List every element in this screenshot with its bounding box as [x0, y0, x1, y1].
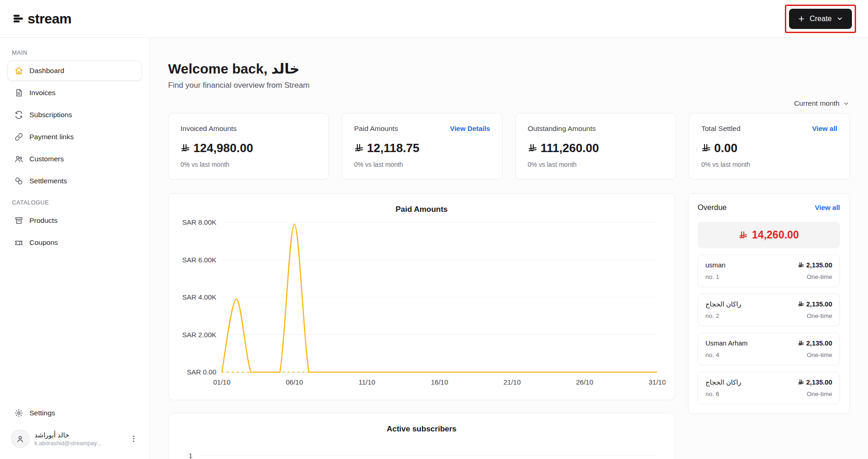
overdue-list: usman 2,135.00 no. 1 One-time راكان الحج…	[698, 255, 840, 404]
invoice-number: no. 6	[705, 391, 719, 397]
customer-name: راكان الحجاج	[705, 379, 741, 386]
overdue-card: Overdue View all 14,260.00 usman 2,135.0…	[688, 193, 850, 414]
top-bar: stream Create	[0, 0, 868, 38]
home-icon	[14, 66, 23, 75]
overdue-amount: 2,135.00	[798, 379, 832, 386]
payment-type: One-time	[806, 351, 832, 358]
svg-text:1: 1	[189, 452, 192, 459]
sidebar-item-dashboard[interactable]: Dashboard	[7, 61, 142, 81]
overdue-total: 14,260.00	[698, 222, 840, 248]
sidebar-item-settings[interactable]: Settings	[7, 403, 142, 423]
svg-text:01/10: 01/10	[213, 378, 231, 386]
sidebar-item-label: Customers	[29, 155, 64, 163]
sidebar-bottom: Settings خالد أبوراشد k.aborashid@stream…	[7, 403, 142, 453]
svg-text:11/10: 11/10	[359, 378, 375, 386]
overdue-title: Overdue	[698, 203, 727, 212]
page-title: Welcome back, خالد	[168, 61, 850, 77]
avatar	[11, 430, 29, 448]
sidebar-item-label: Products	[29, 216, 57, 225]
svg-text:SAR 4.00K: SAR 4.00K	[182, 293, 216, 301]
overdue-amount: 2,135.00	[798, 261, 832, 269]
sidebar-item-payment-links[interactable]: Payment links	[7, 127, 142, 147]
stat-delta: 0% vs last month	[180, 161, 316, 168]
sidebar-item-label: Dashboard	[29, 67, 64, 75]
sidebar-item-subscriptions[interactable]: Subscriptions	[7, 105, 142, 125]
stat-amount: 111,260.00	[528, 141, 664, 155]
sidebar-item-products[interactable]: Products	[7, 210, 142, 231]
payment-type: One-time	[806, 391, 832, 397]
customer-name: Usman Arham	[705, 340, 748, 347]
svg-text:31/10: 31/10	[648, 378, 665, 386]
paid-amounts-chart: SAR 0.00SAR 2.00KSAR 4.00KSAR 6.00KSAR 8…	[178, 215, 665, 394]
charts-column: Paid Amounts SAR 0.00SAR 2.00KSAR 4.00KS…	[168, 193, 675, 459]
stat-link[interactable]: View all	[812, 125, 837, 132]
period-selector[interactable]: Current month	[794, 99, 850, 108]
person-icon	[16, 434, 25, 443]
overdue-header: Overdue View all	[698, 203, 840, 212]
stat-title: Paid Amounts	[354, 125, 398, 133]
svg-text:SAR 8.00K: SAR 8.00K	[182, 218, 216, 226]
sar-currency-icon	[798, 262, 804, 268]
overdue-amount: 2,135.00	[798, 300, 832, 308]
user-name: خالد أبوراشد	[34, 431, 101, 439]
sar-currency-icon	[701, 143, 711, 153]
sar-currency-icon	[354, 143, 364, 153]
stat-delta: 0% vs last month	[701, 161, 837, 168]
sar-currency-icon	[798, 379, 804, 385]
invoice-number: no. 1	[705, 273, 719, 280]
main-content: Welcome back, خالد Find your financial o…	[150, 38, 868, 459]
sidebar-item-customers[interactable]: Customers	[7, 149, 142, 169]
stream-logo-icon	[12, 12, 24, 25]
svg-text:SAR 0.00: SAR 0.00	[187, 368, 216, 376]
overdue-item[interactable]: usman 2,135.00 no. 1 One-time	[698, 255, 840, 287]
create-button[interactable]: Create	[789, 9, 852, 29]
invoice-icon	[14, 88, 23, 97]
create-label: Create	[810, 15, 832, 23]
svg-text:26/10: 26/10	[576, 378, 593, 386]
sidebar-item-invoices[interactable]: Invoices	[7, 83, 142, 103]
sidebar-nav: MAIN Dashboard Invoices Subscriptions Pa…	[7, 46, 142, 261]
stat-card-total-settled: Total Settled View all 0.00 0% vs last m…	[689, 113, 850, 180]
stat-card-paid-amounts: Paid Amounts View Details 12,118.75 0% v…	[342, 113, 502, 180]
svg-text:SAR 2.00K: SAR 2.00K	[182, 331, 216, 339]
svg-text:16/10: 16/10	[431, 378, 448, 386]
sidebar-item-coupons[interactable]: Coupons	[7, 232, 142, 253]
settings-icon	[14, 408, 23, 418]
user-profile[interactable]: خالد أبوراشد k.aborashid@streampay...	[7, 425, 142, 453]
user-meta: خالد أبوراشد k.aborashid@streampay...	[34, 431, 101, 447]
sar-currency-icon	[798, 301, 804, 307]
stat-link[interactable]: View Details	[450, 125, 490, 132]
sar-currency-icon	[798, 340, 804, 346]
kebab-menu-icon[interactable]	[129, 434, 138, 443]
overdue-item[interactable]: Usman Arham 2,135.00 no. 4 One-time	[698, 333, 840, 365]
sidebar-item-label: Settlements	[29, 177, 67, 185]
sar-currency-icon	[738, 231, 748, 240]
chevron-down-icon	[836, 15, 844, 23]
sidebar-section-label: MAIN	[12, 50, 137, 56]
overdue-item[interactable]: راكان الحجاج 2,135.00 no. 2 One-time	[698, 294, 840, 326]
period-row: Current month	[168, 99, 850, 108]
payment-type: One-time	[806, 312, 832, 319]
overdue-total-amount: 14,260.00	[752, 229, 799, 241]
svg-text:SAR 6.00K: SAR 6.00K	[182, 256, 216, 264]
sidebar-item-label: Subscriptions	[29, 111, 72, 119]
plus-icon	[797, 15, 806, 23]
sidebar-item-settlements[interactable]: Settlements	[7, 171, 142, 191]
page-subtitle: Find your financial overview from Stream	[168, 81, 850, 90]
stat-card-outstanding-amounts: Outstanding Amounts 111,260.00 0% vs las…	[515, 113, 676, 180]
sidebar-section: MAIN Dashboard Invoices Subscriptions Pa…	[7, 50, 142, 191]
stat-cards-row: Invoiced Amounts 124,980.00 0% vs last m…	[168, 113, 850, 180]
logo: stream	[12, 11, 71, 27]
sar-currency-icon	[528, 143, 537, 153]
stat-amount: 0.00	[701, 141, 837, 155]
overdue-amount: 2,135.00	[798, 340, 832, 347]
overdue-view-all-link[interactable]: View all	[815, 204, 840, 211]
sidebar-section: CATALOGUE Products Coupons	[7, 199, 142, 253]
overdue-item[interactable]: راكان الحجاج 2,135.00 no. 6 One-time	[698, 372, 840, 404]
stat-title: Total Settled	[701, 125, 740, 133]
chevron-down-icon	[843, 100, 850, 107]
chart-title: Active subscribers	[178, 425, 665, 434]
sidebar-item-label: Coupons	[29, 238, 58, 247]
customer-name: راكان الحجاج	[705, 300, 741, 308]
payment-link-icon	[14, 132, 23, 142]
